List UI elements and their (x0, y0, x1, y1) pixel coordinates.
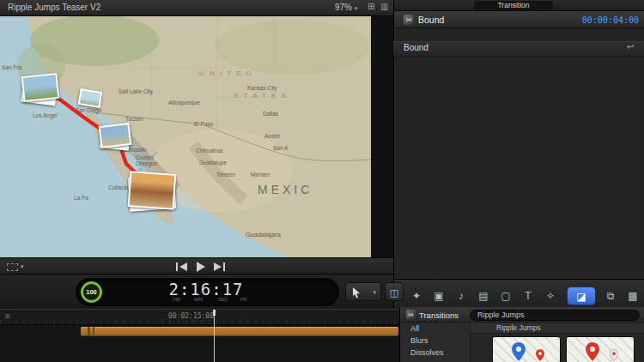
viewer-panel-icon[interactable]: ▥ (380, 2, 388, 11)
photo-thumbnail (78, 88, 103, 108)
inspector-timecode[interactable]: 00:00:04:00 (550, 15, 639, 25)
param-row-frame-b-color: ▸ Frame B Color ▾ (393, 241, 644, 256)
map-label: San Fra (2, 64, 21, 70)
zoom-control[interactable]: 97% ▾ (335, 3, 357, 12)
map-pin-red-icon (586, 342, 599, 361)
category-header: Ripple Jumps (471, 323, 644, 334)
viewer-options-icon[interactable] (7, 263, 18, 271)
music-browser-button[interactable]: ♪ (452, 287, 471, 305)
chevron-down-icon: ▾ (21, 263, 24, 270)
param-row-frame: Frame Simple Border ▾ (393, 208, 644, 224)
map-label: Austin (264, 133, 280, 139)
titles-browser-button[interactable]: T (519, 287, 538, 305)
sidebar-item-blurs[interactable]: Blurs (400, 335, 470, 347)
themes-browser-button[interactable]: ✧ (541, 287, 560, 305)
viewer-bottom-bar: ▾ (0, 257, 393, 275)
app-window: Ripple Jumps Teaser V2 97% ▾ ⊞ ▥ San Fra… (0, 0, 644, 362)
transitions-browser: ⋈ Transitions All Blurs Dissolves Ripple… (399, 307, 644, 362)
map-label: Tucson (125, 116, 143, 122)
map-label: MEXIC (258, 183, 313, 196)
clip-notch (88, 327, 90, 336)
transition-thumbnail-1[interactable] (492, 336, 561, 362)
transitions-browser-button[interactable]: ◪ (567, 287, 596, 305)
generators-browser-button[interactable]: ▢ (496, 287, 515, 305)
ruler-timecode: 00:02:15:00 (168, 312, 214, 320)
trim-tool-button[interactable]: ◫ (385, 282, 404, 301)
param-row-view: View Camera ▾ (393, 78, 644, 94)
transition-thumbnail-2[interactable] (566, 336, 635, 362)
chevron-down-icon: ▾ (373, 289, 376, 296)
sidebar-item-all[interactable]: All (400, 323, 470, 335)
viewer-toolbar: Ripple Jumps Teaser V2 97% ▾ ⊞ ▥ (0, 0, 393, 16)
timeline-ruler[interactable]: ≡ 00:02:15:00 (0, 310, 399, 325)
chevron-down-icon: ▾ (355, 5, 358, 11)
map-pin-blue-icon (512, 342, 526, 361)
map-label: Salt Lake City (118, 88, 153, 94)
map-label: Guadalajara (246, 231, 281, 238)
media-browser-button[interactable]: ⧉ (601, 287, 620, 305)
photo-thumbnail (99, 123, 132, 148)
map-label: Chihuahua (196, 148, 222, 154)
map-label: S T A T E S (234, 92, 288, 100)
tab-transition[interactable]: Transition (474, 1, 553, 10)
map-label: Dallas (263, 111, 278, 117)
map-label: El Paso (194, 121, 213, 127)
map-label: Los Angel (33, 112, 58, 118)
import-browser-button[interactable]: ▤ (474, 287, 493, 305)
param-row-cam-pos-x: X: 10.7 px ◆ (393, 111, 644, 126)
main-timecode[interactable]: 2:16:17 (129, 280, 283, 299)
effects-browser-button[interactable]: ✦ (407, 287, 426, 305)
previous-frame-button[interactable] (175, 262, 188, 271)
map-label: San A (273, 145, 288, 151)
param-row-partial: ▸ (393, 257, 644, 273)
map-label: San Diego (76, 107, 101, 113)
viewer-grid-icon[interactable]: ⊞ (368, 2, 374, 11)
playhead-knob[interactable] (213, 310, 216, 316)
param-row-trans-b-pos: ▸ Trans B Pos X: 0.05 px Y: -0.21 px (393, 192, 644, 208)
param-row-quicktips: Show QuickTips (393, 62, 644, 77)
play-button[interactable] (196, 262, 205, 272)
map-label: Albuquerque (168, 100, 200, 106)
zoom-level: 97% (335, 3, 352, 12)
arrow-tool-button[interactable]: ▾ (345, 282, 381, 301)
timeline: ≡ 00:02:15:00 (0, 309, 399, 362)
map-label: Kansas City (247, 85, 277, 91)
map-label: Guadalupe (199, 160, 227, 166)
photos-browser-button[interactable]: ▣ (429, 287, 448, 305)
viewer-canvas: San FraSalt Lake CityLos AngelSan DiegoT… (0, 16, 371, 257)
unit-hr: HR (173, 297, 180, 302)
param-row-cam-pos-y: Y: -0.58 px (393, 127, 644, 142)
browser-sidebar: All Blurs Dissolves (400, 323, 471, 362)
meter-value: 100 (86, 288, 97, 296)
photo-thumbnail (128, 171, 177, 210)
reset-parameters-icon[interactable]: ↩ (627, 42, 634, 51)
ruler-ticks (0, 320, 399, 324)
transitions-icon: ⋈ (406, 310, 416, 319)
transport-controls (175, 262, 226, 272)
search-input[interactable] (470, 310, 640, 321)
project-title: Ripple Jumps Teaser V2 (8, 3, 100, 12)
map-pin-red-icon (536, 349, 544, 361)
unit-min: MIN (194, 297, 203, 302)
map-label: U N I T E D (199, 69, 253, 77)
inspector-clip-name: Bound (418, 15, 444, 25)
inspector-toggle-button[interactable]: ▩ (623, 287, 642, 305)
param-row-cam-pos: ▾ Cam Pos (393, 94, 644, 110)
section-title: Bound (404, 43, 428, 52)
unit-sec: SEC (218, 297, 228, 302)
section-bar-bound (393, 41, 644, 57)
map-city-labels: San FraSalt Lake CityLos AngelSan DiegoT… (0, 16, 371, 257)
map-label: Culiacán (108, 184, 130, 190)
sidebar-item-dissolves[interactable]: Dissolves (400, 347, 470, 359)
map-label: Torreón (216, 172, 235, 178)
param-row-trans-a-pos: ▸ Trans A Pos X: -0.39 px Y: 0.21 px (393, 176, 644, 191)
map-label: Monterr (251, 172, 270, 178)
playhead[interactable] (214, 310, 215, 362)
audio-meter[interactable]: 100 (81, 281, 102, 303)
viewer-gutter (371, 16, 393, 257)
timeline-clip[interactable] (81, 327, 398, 336)
next-frame-button[interactable] (213, 262, 226, 271)
photo-thumbnail (21, 73, 60, 102)
clip-notch (93, 327, 94, 336)
browser-title: Transitions (419, 311, 459, 320)
